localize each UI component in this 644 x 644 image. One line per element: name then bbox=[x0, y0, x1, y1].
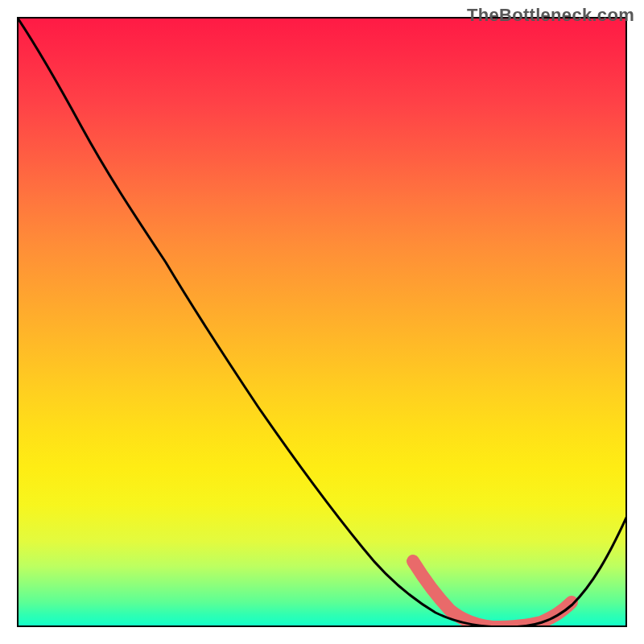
watermark-text: TheBottleneck.com bbox=[467, 5, 634, 26]
chart-background-gradient bbox=[17, 17, 627, 627]
chart-container: TheBottleneck.com bbox=[0, 0, 644, 644]
